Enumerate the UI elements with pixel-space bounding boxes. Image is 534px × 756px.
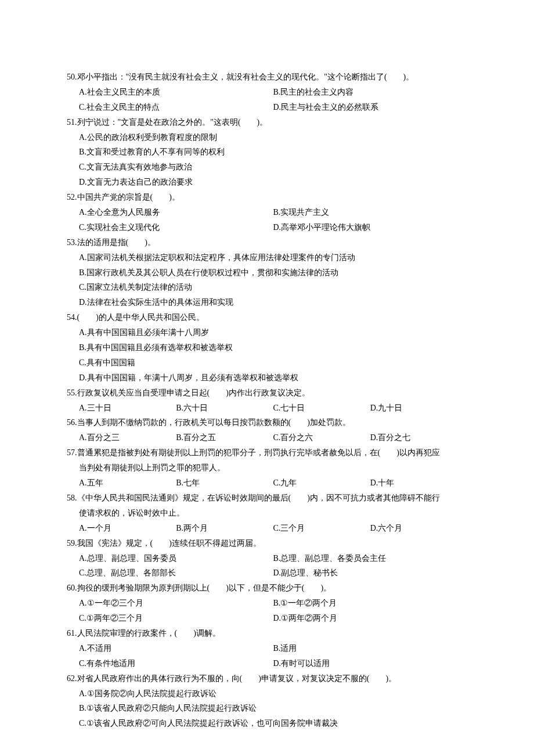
question-54: 54.( )的人是中华人民共和国公民。 A.具有中国国籍且必须年满十八周岁 B.…: [67, 310, 467, 385]
option-c[interactable]: C.①两年②三个月: [79, 611, 273, 626]
option-d[interactable]: D.①两年②两个月: [273, 611, 468, 626]
option-d[interactable]: D.民主与社会主义的必然联系: [273, 100, 468, 115]
option-a[interactable]: A.一个月: [79, 521, 176, 536]
option-b[interactable]: B.百分之五: [176, 430, 273, 445]
option-a[interactable]: A.具有中国国籍且必须年满十八周岁: [67, 325, 467, 340]
option-d[interactable]: D.六个月: [370, 521, 467, 536]
option-b[interactable]: B.总理、副总理、各委员会主任: [273, 551, 468, 566]
question-stem-cont: 使请求权的，诉讼时效中止。: [67, 506, 467, 521]
option-b[interactable]: B.民主的社会主义内容: [273, 85, 468, 100]
option-c[interactable]: C.总理、副总理、各部部长: [79, 566, 273, 581]
question-52: 52.中国共产党的宗旨是( )。 A.全心全意为人民服务 B.实现共产主义 C.…: [67, 190, 467, 235]
question-62: 62.对省人民政府作出的具体行政行为不服的，向( )申请复议，对复议决定不服的(…: [67, 671, 467, 732]
option-d[interactable]: D.百分之七: [370, 430, 467, 445]
question-50: 50.邓小平指出："没有民主就没有社会主义，就没有社会主义的现代化。"这个论断指…: [67, 70, 467, 115]
question-61: 61.人民法院审理的行政案件，( )调解。 A.不适用 B.适用 C.有条件地适…: [67, 626, 467, 671]
option-a[interactable]: A.国家司法机关根据法定职权和法定程序，具体应用法律处理案件的专门活动: [67, 250, 467, 265]
option-d[interactable]: D.副总理、秘书长: [273, 566, 468, 581]
option-a[interactable]: A.①国务院②向人民法院提起行政诉讼: [67, 686, 467, 701]
option-b[interactable]: B.实现共产主义: [273, 205, 468, 220]
question-56: 56.当事人到期不缴纳罚款的，行政机关可以每日按罚款数额的( )加处罚款。 A.…: [67, 415, 467, 445]
option-c[interactable]: C.实现社会主义现代化: [79, 220, 273, 235]
option-c[interactable]: C.国家立法机关制定法律的活动: [67, 280, 467, 295]
option-a[interactable]: A.三十日: [79, 401, 176, 416]
question-stem-cont: 当判处有期徒刑以上刑罚之罪的犯罪人。: [67, 460, 467, 476]
option-d[interactable]: D.有时可以适用: [273, 656, 468, 671]
option-c[interactable]: C.百分之六: [273, 430, 370, 445]
question-60: 60.拘役的缓刑考验期限为原判刑期以上( )以下，但是不能少于( )。 A.①一…: [67, 581, 467, 626]
option-a[interactable]: A.总理、副总理、国务委员: [79, 551, 273, 566]
question-stem: 57.普通累犯是指被判处有期徒刑以上刑罚的犯罪分子，刑罚执行完毕或者赦免以后，在…: [67, 445, 467, 460]
option-b[interactable]: B.七年: [176, 476, 273, 491]
question-stem: 61.人民法院审理的行政案件，( )调解。: [67, 626, 467, 641]
option-b[interactable]: B.文盲和受过教育的人不享有同等的权利: [67, 145, 467, 160]
question-51: 51.列宁说过："文盲是处在政治之外的。"这表明( )。 A.公民的政治权利受到…: [67, 115, 467, 190]
option-b[interactable]: B.国家行政机关及其公职人员在行使职权过程中，贯彻和实施法律的活动: [67, 265, 467, 280]
option-c[interactable]: C.具有中国国籍: [67, 355, 467, 370]
question-55: 55.行政复议机关应当自受理申请之日起( )内作出行政复议决定。 A.三十日 B…: [67, 386, 467, 416]
question-stem: 51.列宁说过："文盲是处在政治之外的。"这表明( )。: [67, 115, 467, 130]
question-59: 59.我国《宪法》规定，( )连续任职不得超过两届。 A.总理、副总理、国务委员…: [67, 536, 467, 581]
question-stem: 62.对省人民政府作出的具体行政行为不服的，向( )申请复议，对复议决定不服的(…: [67, 671, 467, 686]
option-b[interactable]: B.两个月: [176, 521, 273, 536]
question-stem: 60.拘役的缓刑考验期限为原判刑期以上( )以下，但是不能少于( )。: [67, 581, 467, 596]
option-d[interactable]: D.文盲无力表达自己的政治要求: [67, 175, 467, 190]
option-b[interactable]: B.①该省人民政府②只能向人民法院提起行政诉讼: [67, 701, 467, 716]
option-a[interactable]: A.五年: [79, 476, 176, 491]
question-stem: 50.邓小平指出："没有民主就没有社会主义，就没有社会主义的现代化。"这个论断指…: [67, 70, 467, 85]
question-stem: 54.( )的人是中华人民共和国公民。: [67, 310, 467, 325]
option-c[interactable]: C.三个月: [273, 521, 370, 536]
option-c[interactable]: C.七十日: [273, 401, 370, 416]
option-b[interactable]: B.六十日: [176, 401, 273, 416]
option-c[interactable]: C.九年: [273, 476, 370, 491]
option-a[interactable]: A.社会主义民主的本质: [79, 85, 273, 100]
option-c[interactable]: C.文盲无法真实有效地参与政治: [67, 160, 467, 175]
option-b[interactable]: B.①一年②两个月: [273, 596, 468, 611]
option-d[interactable]: D.具有中国国籍，年满十八周岁，且必须有选举权和被选举权: [67, 370, 467, 386]
option-a[interactable]: A.百分之三: [79, 430, 176, 445]
question-stem: 56.当事人到期不缴纳罚款的，行政机关可以每日按罚款数额的( )加处罚款。: [67, 415, 467, 430]
option-c[interactable]: C.有条件地适用: [79, 656, 273, 671]
option-d[interactable]: D.九十日: [370, 401, 467, 416]
option-c[interactable]: C.①该省人民政府②可向人民法院提起行政诉讼，也可向国务院申请裁决: [67, 716, 467, 731]
question-stem: 53.法的适用是指( )。: [67, 235, 467, 250]
option-a[interactable]: A.①一年②三个月: [79, 596, 273, 611]
question-stem: 52.中国共产党的宗旨是( )。: [67, 190, 467, 205]
option-a[interactable]: A.全心全意为人民服务: [79, 205, 273, 220]
option-b[interactable]: B.适用: [273, 641, 468, 656]
option-a[interactable]: A.不适用: [79, 641, 273, 656]
option-d[interactable]: D.法律在社会实际生活中的具体运用和实现: [67, 295, 467, 310]
question-58: 58.《中华人民共和国民法通则》规定，在诉讼时效期间的最后( )内，因不可抗力或…: [67, 491, 467, 536]
question-53: 53.法的适用是指( )。 A.国家司法机关根据法定职权和法定程序，具体应用法律…: [67, 235, 467, 310]
question-57: 57.普通累犯是指被判处有期徒刑以上刑罚的犯罪分子，刑罚执行完毕或者赦免以后，在…: [67, 445, 467, 491]
question-stem: 59.我国《宪法》规定，( )连续任职不得超过两届。: [67, 536, 467, 551]
question-stem: 55.行政复议机关应当自受理申请之日起( )内作出行政复议决定。: [67, 386, 467, 401]
option-c[interactable]: C.社会主义民主的特点: [79, 100, 273, 115]
question-stem: 58.《中华人民共和国民法通则》规定，在诉讼时效期间的最后( )内，因不可抗力或…: [67, 491, 467, 506]
option-d[interactable]: D.高举邓小平理论伟大旗帜: [273, 220, 468, 235]
option-b[interactable]: B.具有中国国籍且必须有选举权和被选举权: [67, 340, 467, 355]
option-d[interactable]: D.十年: [370, 476, 467, 491]
option-a[interactable]: A.公民的政治权利受到教育程度的限制: [67, 130, 467, 145]
